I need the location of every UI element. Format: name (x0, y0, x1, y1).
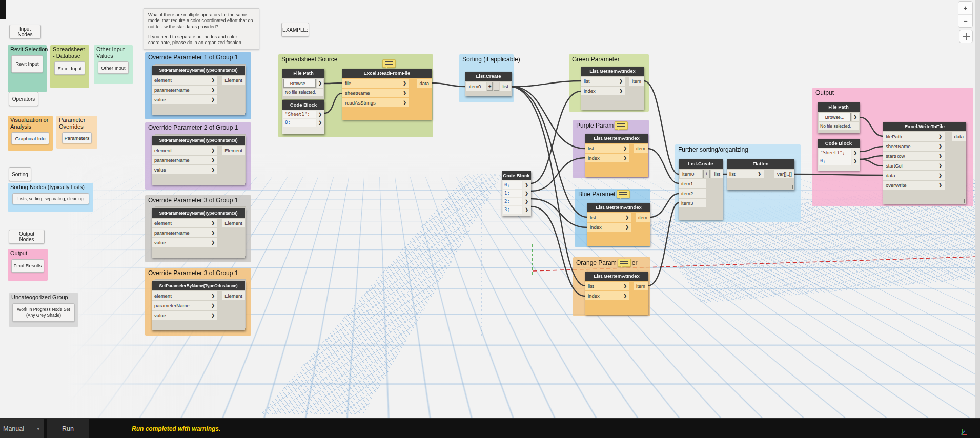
output-port[interactable] (523, 206, 530, 214)
output-port-item[interactable]: item (629, 77, 644, 86)
output-port[interactable] (317, 111, 323, 118)
node-code-block-indices[interactable]: Code Block 0; 1; 2; 3; (502, 171, 531, 216)
input-port-value[interactable]: value (152, 238, 217, 247)
legend-group-uncategorized[interactable]: Uncateogorized Group Work In Progress No… (9, 293, 78, 327)
output-port-element[interactable]: Element (222, 219, 245, 227)
note-icon[interactable] (618, 259, 631, 267)
node-title[interactable]: SetParameterByName(TypeOrInstance) (152, 281, 245, 290)
legend-item-graphical-info[interactable]: Graphical Info (11, 132, 49, 144)
legend-group-other-input-values[interactable]: Other Input Values Other Input (94, 45, 133, 84)
legend-button-sorting[interactable]: Sorting (9, 167, 31, 181)
note-icon[interactable] (617, 190, 630, 198)
node-title[interactable]: SetParameterByName(TypeOrInstance) (152, 208, 245, 218)
legend-item-parameters[interactable]: Parameters (62, 132, 92, 143)
node-title[interactable]: Excel.WriteToFile (883, 122, 966, 131)
note-icon[interactable] (382, 59, 396, 68)
input-port-index[interactable]: index (587, 223, 631, 232)
run-mode-dropdown[interactable]: Manual ▾ (0, 419, 44, 438)
node-excel-read-from-file[interactable]: Excel.ReadFromFile file sheetName readAs… (342, 69, 432, 120)
note-icon[interactable] (615, 121, 628, 130)
output-port-item[interactable]: item (636, 213, 650, 222)
legend-group-sorting-nodes[interactable]: Sorting Nodes (typically Lists) Lists, s… (8, 183, 93, 212)
input-port-item0[interactable]: item0 (466, 82, 486, 91)
resize-grip[interactable] (648, 241, 648, 245)
output-port[interactable] (523, 190, 530, 197)
code-line[interactable]: 3; (503, 206, 522, 214)
node-code-block-output[interactable]: Code Block "Sheet1"; 0; (818, 139, 860, 171)
node-title[interactable]: File Path (818, 102, 860, 112)
legend-item-revit-input[interactable]: Revit Input (11, 55, 43, 73)
code-line[interactable]: 1; (503, 190, 522, 197)
node-list-create-sorting[interactable]: List.Create item0 + - list (465, 72, 512, 96)
resize-grip[interactable] (243, 180, 243, 184)
input-port-item2[interactable]: item2 (679, 189, 706, 198)
legend-button-input-nodes[interactable]: Input Nodes (9, 25, 41, 39)
node-set-parameter-by-name-1[interactable]: SetParameterByName(TypeOrInstance) eleme… (152, 66, 245, 115)
input-port-readasstrings[interactable]: readAsStrings (342, 98, 409, 107)
node-title[interactable]: SetParameterByName(TypeOrInstance) (152, 66, 245, 75)
add-port-button[interactable]: + (487, 82, 493, 91)
node-title[interactable]: List.GetItemAtIndex (585, 272, 648, 281)
output-port[interactable] (523, 181, 530, 189)
input-port-overwrite[interactable]: overWrite (883, 181, 945, 190)
node-get-item-purple[interactable]: List.GetItemAtIndex list index item (585, 134, 648, 177)
node-title[interactable]: Flatten (727, 159, 794, 169)
legend-group-output[interactable]: Output Final Results (8, 249, 48, 281)
legend-group-visualization-analysis[interactable]: Visualization or Analysis Graphical Info (8, 116, 53, 151)
node-title[interactable]: File Path (282, 69, 324, 78)
node-file-path-source[interactable]: File Path Browse... No file selected. (282, 69, 324, 99)
input-port-sheetname[interactable]: sheetName (883, 142, 945, 151)
resize-grip[interactable] (964, 199, 965, 203)
annotation-note[interactable]: What if there are multiple operators for… (144, 8, 259, 50)
output-port[interactable] (852, 113, 859, 121)
pan-button[interactable] (959, 30, 973, 43)
zoom-in-button[interactable]: + (958, 2, 972, 14)
node-set-parameter-by-name-4[interactable]: SetParameterByName(TypeOrInstance) eleme… (152, 281, 245, 330)
output-port[interactable] (523, 198, 530, 205)
legend-group-spreadsheet-database[interactable]: Spreadsheet - Database Excel Input (50, 45, 89, 88)
output-port-element[interactable]: Element (222, 76, 245, 85)
input-port-item3[interactable]: item3 (679, 199, 706, 207)
input-port-element[interactable]: element (152, 291, 217, 300)
resize-grip[interactable] (243, 253, 243, 257)
input-port-data[interactable]: data (883, 171, 945, 180)
legend-group-parameter-overrides[interactable]: Parameter Overrides Parameters (56, 116, 97, 149)
resize-grip[interactable] (243, 110, 243, 114)
node-get-item-green[interactable]: List.GetItemAtIndex list index item (581, 67, 644, 110)
resize-grip[interactable] (646, 172, 646, 176)
legend-item-wip-nodes[interactable]: Work In Progress Node Set (Any Grey Shad… (12, 303, 75, 322)
node-set-parameter-by-name-2[interactable]: SetParameterByName(TypeOrInstance) eleme… (152, 136, 245, 185)
input-port-file[interactable]: file (342, 79, 409, 88)
resize-grip[interactable] (243, 325, 243, 329)
legend-item-excel-input[interactable]: Excel Input (54, 61, 85, 75)
input-port-item1[interactable]: item1 (679, 179, 706, 188)
code-line[interactable]: 2; (503, 198, 522, 205)
node-title[interactable]: Code Block (818, 139, 860, 148)
input-port-element[interactable]: element (152, 76, 217, 85)
input-port-value[interactable]: value (152, 311, 217, 320)
node-list-create-further[interactable]: List.Create item0 + - item1 item2 item3 … (679, 159, 723, 220)
node-title[interactable]: SetParameterByName(TypeOrInstance) (152, 136, 245, 145)
output-port-element[interactable]: Element (222, 146, 245, 155)
input-port-filepath[interactable]: filePath (883, 132, 945, 141)
legend-group-revit-selection[interactable]: Revit Selection Revit Input (8, 45, 47, 92)
output-port-data[interactable]: data (952, 132, 967, 141)
input-port-parametername[interactable]: parameterName (152, 228, 217, 237)
node-title[interactable]: List.GetItemAtIndex (585, 134, 648, 143)
input-port-index[interactable]: index (581, 87, 625, 95)
output-port-list[interactable]: list (711, 170, 723, 178)
input-port-item0[interactable]: item0 (680, 170, 702, 178)
run-button[interactable]: Run (47, 419, 89, 438)
input-port-list[interactable]: list (587, 213, 631, 222)
input-port-value[interactable]: value (152, 165, 217, 174)
code-line[interactable]: 0; (503, 181, 522, 189)
output-port-data[interactable]: data (417, 79, 432, 88)
input-port-list[interactable]: list (585, 282, 629, 290)
output-port-list[interactable]: list (500, 82, 511, 91)
input-port-index[interactable]: index (585, 291, 629, 300)
node-title[interactable]: List.Create (465, 72, 512, 81)
zoom-out-button[interactable]: − (958, 14, 972, 27)
legend-item-lists-sorting[interactable]: Lists, sorting, separating, cleaning (12, 193, 89, 204)
output-port[interactable] (852, 157, 859, 165)
resize-grip[interactable] (792, 185, 793, 189)
